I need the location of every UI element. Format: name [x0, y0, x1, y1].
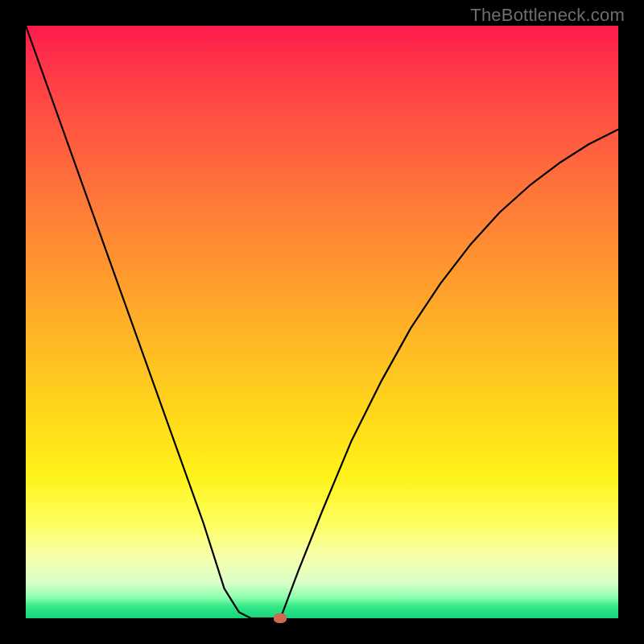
chart-frame: TheBottleneck.com: [0, 0, 644, 644]
plot-area: [26, 26, 618, 618]
minimum-marker: [274, 613, 287, 623]
watermark-text: TheBottleneck.com: [470, 5, 625, 26]
bottleneck-curve: [26, 26, 618, 618]
